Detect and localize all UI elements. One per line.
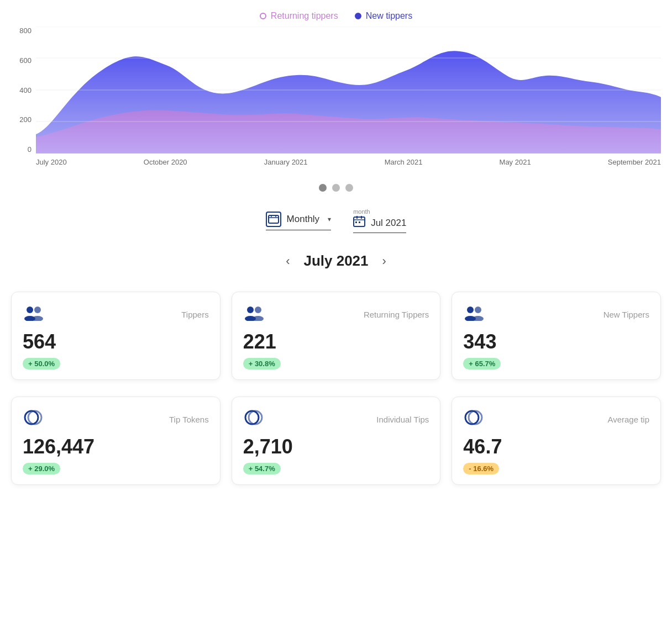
people-icon-3-svg [463, 304, 485, 321]
returning-dot [260, 13, 266, 19]
people-icon-svg [23, 304, 45, 321]
top-cards-row: Tippers 564 + 50.0% Returning Tippers 22… [11, 292, 661, 380]
new-tippers-card: New Tippers 343 + 65.7% [452, 292, 661, 380]
average-tip-value: 46.7 [463, 435, 502, 458]
individual-tips-title: Individual Tips [265, 415, 429, 424]
area-chart-container: 800 600 400 200 0 [11, 27, 661, 170]
people-icon-2-svg [243, 304, 265, 321]
token-icon-svg [23, 409, 45, 426]
returning-tippers-value: 221 [243, 330, 276, 353]
period-label: Monthly [287, 214, 320, 225]
chart-svg [36, 27, 661, 154]
month-input-row[interactable]: Jul 2021 [353, 216, 406, 233]
new-tippers-title: New Tippers [485, 310, 649, 319]
average-tip-badge: - 16.6% [463, 463, 499, 474]
tippers-icon [23, 304, 45, 325]
svg-point-17 [34, 307, 41, 313]
token-icon-2-svg [243, 409, 265, 426]
month-selector: month Jul 2021 [353, 208, 406, 233]
bottom-cards-row: Tip Tokens 126,447 + 29.0% Individual Ti… [11, 397, 661, 485]
token-icon-3-svg [463, 409, 485, 426]
nav-title: July 2021 [303, 252, 368, 270]
svg-point-32 [469, 411, 482, 424]
svg-point-29 [245, 411, 259, 424]
tip-tokens-title: Tip Tokens [45, 415, 209, 424]
average-tip-icon [463, 409, 485, 430]
new-tippers-header: New Tippers [463, 304, 649, 325]
dot-3[interactable] [345, 184, 353, 192]
calendar-svg [353, 216, 365, 227]
calendar-icon [353, 216, 365, 230]
individual-tips-card: Individual Tips 2,710 + 54.7% [232, 397, 441, 485]
chart-section: Returning tippers New tippers 800 600 40… [0, 0, 672, 176]
y-label-600: 600 [19, 56, 32, 65]
top-cards-section: Tippers 564 + 50.0% Returning Tippers 22… [0, 292, 672, 380]
tippers-card-header: Tippers [23, 304, 209, 325]
dot-2[interactable] [332, 184, 340, 192]
next-button[interactable]: › [382, 254, 386, 268]
month-small-label: month [353, 208, 370, 215]
x-label-oct2020: October 2020 [144, 158, 187, 166]
svg-point-15 [27, 307, 33, 313]
new-tippers-badge: + 65.7% [463, 358, 501, 369]
dots-indicator [0, 184, 672, 192]
average-tip-card: Average tip 46.7 - 16.6% [452, 397, 661, 485]
tip-tokens-icon [23, 409, 45, 430]
tip-tokens-value: 126,447 [23, 435, 95, 458]
individual-tips-icon [243, 409, 265, 430]
returning-label: Returning tippers [271, 11, 338, 21]
chart-svg-area [36, 27, 661, 154]
tippers-badge: + 50.0% [23, 358, 60, 369]
returning-tippers-badge: + 30.8% [243, 358, 281, 369]
new-label: New tippers [366, 11, 412, 21]
x-label-mar2021: March 2021 [385, 158, 423, 166]
y-label-200: 200 [19, 115, 32, 124]
tippers-value: 564 [23, 330, 56, 353]
dot-1[interactable] [319, 184, 327, 192]
period-selector[interactable]: Monthly ▾ [266, 212, 332, 230]
x-label-jan2021: January 2021 [264, 158, 308, 166]
y-label-400: 400 [19, 86, 32, 94]
tip-tokens-header: Tip Tokens [23, 409, 209, 430]
returning-tippers-icon [243, 304, 265, 325]
y-label-0: 0 [28, 145, 32, 154]
new-dot [355, 13, 361, 19]
returning-tippers-header: Returning Tippers [243, 304, 429, 325]
x-axis: July 2020 October 2020 January 2021 Marc… [36, 154, 661, 170]
y-label-800: 800 [19, 27, 32, 35]
svg-point-26 [473, 316, 484, 321]
tip-tokens-card: Tip Tokens 126,447 + 29.0% [11, 397, 221, 485]
individual-tips-header: Individual Tips [243, 409, 429, 430]
tip-tokens-badge: + 29.0% [23, 463, 60, 474]
controls-section: Monthly ▾ month Jul 2021 [0, 200, 672, 241]
svg-point-31 [465, 411, 479, 424]
navigation-section: ‹ July 2021 › [0, 241, 672, 281]
svg-point-23 [467, 307, 474, 313]
new-tippers-value: 343 [463, 330, 496, 353]
svg-point-18 [32, 316, 43, 321]
average-tip-title: Average tip [485, 415, 649, 424]
returning-tippers-card: Returning Tippers 221 + 30.8% [232, 292, 441, 380]
legend-new: New tippers [355, 11, 412, 21]
period-icon [266, 212, 281, 227]
x-label-jul2020: July 2020 [36, 158, 67, 166]
individual-tips-badge: + 54.7% [243, 463, 281, 474]
period-icon-svg [268, 215, 279, 224]
svg-point-30 [249, 411, 262, 424]
svg-rect-13 [355, 221, 357, 223]
tippers-title: Tippers [45, 310, 209, 319]
svg-point-21 [255, 307, 261, 313]
svg-point-27 [25, 411, 38, 424]
tippers-card: Tippers 564 + 50.0% [11, 292, 221, 380]
svg-point-22 [253, 316, 264, 321]
individual-tips-value: 2,710 [243, 435, 293, 458]
dropdown-arrow: ▾ [328, 215, 331, 223]
svg-point-25 [475, 307, 481, 313]
bottom-cards-section: Tip Tokens 126,447 + 29.0% Individual Ti… [0, 397, 672, 485]
y-axis: 800 600 400 200 0 [11, 27, 36, 154]
svg-rect-5 [269, 215, 279, 223]
x-label-sep2021: September 2021 [608, 158, 661, 166]
x-label-may2021: May 2021 [500, 158, 531, 166]
legend-returning: Returning tippers [260, 11, 338, 21]
prev-button[interactable]: ‹ [286, 254, 290, 268]
